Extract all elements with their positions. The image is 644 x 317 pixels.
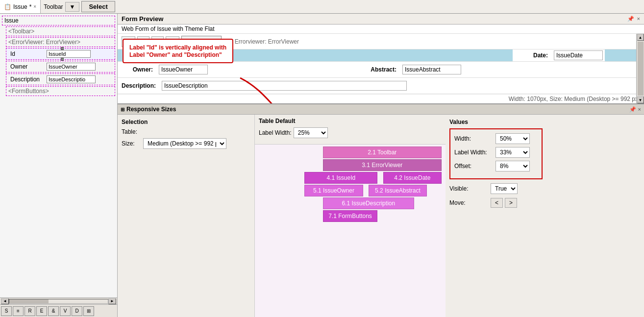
label-width-label: Label Width: <box>259 129 292 136</box>
chart-bar-errorviewer[interactable]: 3.1 ErrorViewer <box>323 159 442 171</box>
form-preview-title: Form Preview <box>122 15 163 23</box>
chart-offset-issueid <box>259 172 304 184</box>
scroll-thumb <box>9 299 49 303</box>
scroll-track[interactable] <box>9 299 108 304</box>
width-value-select[interactable]: 50% <box>495 133 530 144</box>
width-info-bar: Width: 1070px, Size: Medium (Desktop >= … <box>118 94 644 103</box>
tree-field-owner-input[interactable] <box>47 63 96 71</box>
toolbar-r-btn[interactable]: R <box>25 306 35 316</box>
left-scrollbar[interactable]: ◄ ► <box>0 297 117 304</box>
form-abstract-input[interactable] <box>402 65 461 74</box>
toolbar-grid-btn[interactable]: ⊞ <box>83 306 94 316</box>
offset-value-select[interactable]: 8% <box>495 161 530 171</box>
visible-select[interactable]: True <box>491 183 518 194</box>
pin-icon[interactable]: 📌 <box>627 16 634 22</box>
toolbar-amp-btn[interactable]: & <box>48 306 59 316</box>
form-preview-header: Form Preview 📌 × <box>118 14 644 24</box>
tree-item-description-container: Description <box>6 73 115 85</box>
scroll-up-arrow[interactable]: ▲ <box>637 34 644 41</box>
form-abstract-label: Abstract: <box>361 64 400 75</box>
form-date-input[interactable] <box>554 50 603 60</box>
label-width-select[interactable]: 25% <box>294 127 328 138</box>
tooltip-text: Label "Id" is vertically aligned withLab… <box>129 44 226 58</box>
responsive-pin-icon[interactable]: 📌 <box>629 106 636 113</box>
label-width-row: Label Width: 25% <box>259 127 328 138</box>
toolbar-dropdown-btn[interactable]: ▼ <box>65 2 80 12</box>
tree-item-formbuttons[interactable]: <FormButtons> <box>6 86 115 96</box>
form-desc-row: Description: <box>118 78 644 94</box>
right-panel: Form Preview 📌 × Web Form of Issue with … <box>118 14 644 317</box>
tree-item-errorviewer[interactable]: <ErrorViewer: ErrorViewer> <box>6 37 115 47</box>
tab-close-icon[interactable]: × <box>33 4 36 9</box>
tree-field-id-input[interactable] <box>47 50 91 58</box>
tree-item-issue[interactable]: Issue <box>2 16 115 25</box>
offset-value-row: Offset: 8% <box>454 161 538 171</box>
values-section-label: Values <box>449 119 640 125</box>
chart-gap-issueowner <box>363 185 369 196</box>
scroll-down-arrow[interactable]: ▼ <box>637 97 644 103</box>
table-default-label: Table Default <box>259 118 328 124</box>
size-field-row: Size: Medium (Desktop >= 992 px) <box>122 138 250 149</box>
form-desc-input[interactable] <box>162 81 407 91</box>
table-field-row: Table: <box>122 128 250 135</box>
chart-row-issueowner: 5.1 IssueOwner 5.2 IssueAbstract <box>259 185 442 196</box>
left-panel: Issue <Toolbar> <ErrorViewer: ErrorViewe… <box>0 14 118 317</box>
toolbar-s-btn[interactable]: S <box>1 306 12 316</box>
tree-item-formbuttons-label: <FormButtons> <box>8 88 49 95</box>
scroll-left-btn[interactable]: ◄ <box>1 298 9 304</box>
chart-bar-issueabstract[interactable]: 5.2 IssueAbstract <box>369 185 427 196</box>
chart-row-errorviewer: 3.1 ErrorViewer <box>259 159 442 171</box>
chart-bar-issueowner[interactable]: 5.1 IssueOwner <box>304 185 363 196</box>
label-width-value-select[interactable]: 33% <box>495 147 530 158</box>
toolbar-v-btn[interactable]: V <box>60 306 71 316</box>
tree-field-owner-label: Owner <box>10 63 45 70</box>
tree-item-toolbar-label: <Toolbar> <box>8 28 34 35</box>
values-box: Width: 50% Label Width: 33% <box>449 128 543 179</box>
table-default-row: Table Default Label Width: 25% <box>255 115 446 145</box>
scroll-thumb-vert <box>638 42 644 96</box>
toolbar-list-btn[interactable]: ≡ <box>13 306 24 316</box>
tree-item-id-container: Id <box>6 48 115 60</box>
move-label: Move: <box>449 199 489 206</box>
form-owner-input-cell <box>157 64 361 75</box>
chart-bar-issueid[interactable]: 4.1 IssueId <box>304 172 377 184</box>
resize-handle-top[interactable] <box>61 47 64 50</box>
move-left-btn[interactable]: < <box>491 198 503 208</box>
form-owner-input[interactable] <box>159 65 208 74</box>
resize-handle-bottom[interactable] <box>61 58 64 61</box>
chart-bar-issuedesc[interactable]: 6.1 IssueDescription <box>323 197 415 209</box>
scroll-right-btn[interactable]: ► <box>108 298 116 304</box>
toolbar-e-btn[interactable]: E <box>36 306 47 316</box>
offset-value-label: Offset: <box>454 163 494 170</box>
chart-bar-formbtn[interactable]: 7.1 FormButtons <box>323 210 378 222</box>
chart-bar-issuedate[interactable]: 4.2 IssueDate <box>383 172 442 184</box>
chart-offset-errorviewer <box>259 159 323 171</box>
visible-row: Visible: True <box>449 183 640 194</box>
tree-item-owner-container: Owner <box>6 61 115 73</box>
chart-bar-toolbar[interactable]: 2.1 Toolbar <box>323 146 442 158</box>
move-right-btn[interactable]: > <box>505 198 517 208</box>
toolbar-d-btn[interactable]: D <box>72 306 82 316</box>
width-value-row: Width: 50% <box>454 133 538 144</box>
tab-issue[interactable]: 📋 Issue * × <box>0 0 41 13</box>
visible-label: Visible: <box>449 185 489 192</box>
tree-field-owner-row: Owner <box>8 62 113 71</box>
form-preview-close-icon[interactable]: × <box>637 16 640 22</box>
selection-label: Selection <box>122 119 250 125</box>
select-button[interactable]: Select <box>81 1 115 12</box>
responsive-panel: ⊞ Responsive Sizes 📌 × Selection Table: … <box>118 103 644 317</box>
tree-item-toolbar[interactable]: <Toolbar> <box>6 26 115 36</box>
tree-field-description-input[interactable] <box>47 75 96 83</box>
form-preview-subtitle: Web Form of Issue with Theme Flat <box>122 25 215 32</box>
form-date-input-cell <box>552 49 605 61</box>
label-width-value-row: Label Width: 33% <box>454 147 538 158</box>
form-desc-input-cell <box>160 80 644 92</box>
responsive-body: Selection Table: Size: Medium (Desktop >… <box>118 115 644 317</box>
label-width-value-label: Label Width: <box>454 149 494 156</box>
size-select[interactable]: Medium (Desktop >= 992 px) <box>143 138 226 149</box>
tab-issue-icon: 📋 <box>4 3 11 10</box>
responsive-close-icon[interactable]: × <box>638 106 641 113</box>
chart-row-issueid: 4.1 IssueId 4.2 IssueDate <box>259 172 442 184</box>
form-right-scrollbar[interactable]: ▲ ▼ <box>636 34 644 103</box>
form-preview-subtitle-bar: Web Form of Issue with Theme Flat <box>118 24 644 34</box>
